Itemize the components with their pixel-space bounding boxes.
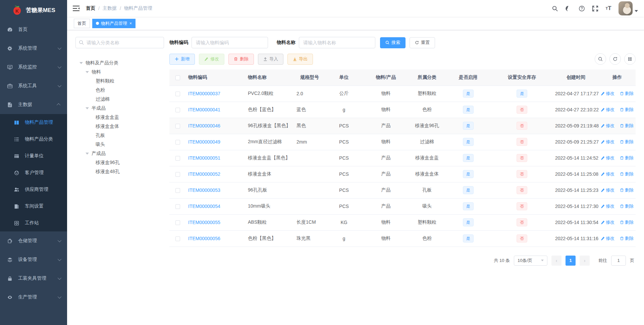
tree-node-leaf[interactable]: 过滤棉 xyxy=(75,95,164,104)
row-checkbox[interactable] xyxy=(175,220,180,225)
tree-node-leaf[interactable]: 移液盒盒盖 xyxy=(75,113,164,122)
export-button[interactable]: 导出 xyxy=(287,54,313,65)
column-settings-button[interactable] xyxy=(624,53,636,65)
sidebar-item-device-mgmt[interactable]: 设备管理 xyxy=(0,250,67,269)
next-page-button[interactable]: › xyxy=(580,256,590,266)
tree-node-leaf[interactable]: 色粉 xyxy=(75,86,164,95)
page-size-select[interactable]: 10条/页 xyxy=(514,256,547,266)
tree-node-leaf[interactable]: 吸头 xyxy=(75,140,164,149)
sidebar-item-measure-unit[interactable]: 计量单位 xyxy=(0,148,67,164)
row-edit-link[interactable]: 修改 xyxy=(601,219,614,225)
tab-material-product-mgmt[interactable]: 物料产品管理 × xyxy=(92,19,136,28)
row-delete-link[interactable]: 删除 xyxy=(620,203,634,209)
github-icon[interactable] xyxy=(565,5,572,12)
tree-node-leaf[interactable]: 移液盒盒体 xyxy=(75,122,164,131)
help-icon[interactable] xyxy=(578,5,585,12)
row-delete-link[interactable]: 删除 xyxy=(620,155,634,161)
row-edit-link[interactable]: 修改 xyxy=(601,123,614,129)
avatar[interactable] xyxy=(619,1,633,15)
breadcrumb-master-data[interactable]: 主数据 xyxy=(103,5,117,11)
row-delete-link[interactable]: 删除 xyxy=(620,187,634,193)
material-code-link[interactable]: ITEM00000055 xyxy=(188,220,220,225)
row-checkbox[interactable] xyxy=(175,156,180,161)
tree-node-group[interactable]: 产成品 xyxy=(75,149,164,158)
fullscreen-icon[interactable] xyxy=(592,5,598,12)
search-button[interactable]: 搜索 xyxy=(380,37,406,48)
user-menu[interactable] xyxy=(619,1,638,15)
row-checkbox[interactable] xyxy=(175,204,180,209)
tree-node-leaf[interactable]: 移液盒48孔 xyxy=(75,167,164,176)
tree-node-root[interactable]: 物料及产品分类 xyxy=(75,58,164,67)
sidebar-item-supplier-mgmt[interactable]: 供应商管理 xyxy=(0,181,67,198)
row-edit-link[interactable]: 修改 xyxy=(601,171,614,177)
reset-button[interactable]: 重置 xyxy=(410,37,435,48)
row-edit-link[interactable]: 修改 xyxy=(601,107,614,113)
sidebar-item-material-product-mgmt[interactable]: 物料产品管理 xyxy=(0,114,67,131)
sidebar-item-system-monitor[interactable]: 系统监控 xyxy=(0,58,67,76)
tab-home[interactable]: 首页 xyxy=(74,19,90,28)
material-code-link[interactable]: ITEM00000041 xyxy=(188,107,220,112)
material-code-link[interactable]: ITEM00000049 xyxy=(188,139,220,145)
row-delete-link[interactable]: 删除 xyxy=(620,219,634,225)
row-checkbox[interactable] xyxy=(175,124,180,128)
row-edit-link[interactable]: 修改 xyxy=(601,139,614,145)
font-size-icon[interactable]: TT xyxy=(605,5,612,12)
material-code-link[interactable]: ITEM00000052 xyxy=(188,171,220,177)
tree-node-leaf[interactable]: 塑料颗粒 xyxy=(75,76,164,86)
search-icon[interactable] xyxy=(551,5,558,12)
sidebar-item-system-tools[interactable]: 系统工具 xyxy=(0,76,67,95)
material-code-link[interactable]: ITEM00000054 xyxy=(188,204,220,209)
breadcrumb-home[interactable]: 首页 xyxy=(86,5,95,11)
current-page-button[interactable]: 1 xyxy=(566,256,576,266)
sidebar-item-master-data[interactable]: 主数据 xyxy=(0,95,67,114)
row-checkbox[interactable] xyxy=(175,236,180,241)
row-edit-link[interactable]: 修改 xyxy=(601,203,614,209)
goto-page-input[interactable] xyxy=(611,256,626,266)
row-edit-link[interactable]: 修改 xyxy=(601,91,614,97)
add-button[interactable]: 新增 xyxy=(169,54,195,65)
show-search-toggle-button[interactable] xyxy=(595,53,606,65)
row-checkbox[interactable] xyxy=(175,108,180,112)
material-code-link[interactable]: ITEM00000037 xyxy=(188,91,220,96)
material-code-input[interactable] xyxy=(192,37,268,48)
row-delete-link[interactable]: 删除 xyxy=(620,91,634,97)
sidebar-item-production-mgmt[interactable]: 生产管理 xyxy=(0,288,67,307)
select-all-checkbox[interactable] xyxy=(175,75,180,80)
row-checkbox[interactable] xyxy=(175,172,180,177)
sidebar-collapse-button[interactable] xyxy=(72,5,80,11)
material-code-link[interactable]: ITEM00000051 xyxy=(188,155,220,161)
tree-node-group[interactable]: 物料 xyxy=(75,67,164,76)
row-delete-link[interactable]: 删除 xyxy=(620,235,634,241)
row-delete-link[interactable]: 删除 xyxy=(620,139,634,145)
sidebar-item-workstation[interactable]: 工作站 xyxy=(0,215,67,231)
row-edit-link[interactable]: 修改 xyxy=(601,187,614,193)
row-edit-link[interactable]: 修改 xyxy=(601,155,614,161)
row-delete-link[interactable]: 删除 xyxy=(620,171,634,177)
row-checkbox[interactable] xyxy=(175,188,180,193)
sidebar-item-home[interactable]: 首页 xyxy=(0,20,67,39)
row-delete-link[interactable]: 删除 xyxy=(620,107,634,113)
refresh-button[interactable] xyxy=(609,53,621,65)
sidebar-item-fixture-mgmt[interactable]: 工装夹具管理 xyxy=(0,269,67,288)
row-checkbox[interactable] xyxy=(175,140,180,145)
material-code-link[interactable]: ITEM00000053 xyxy=(188,187,220,193)
sidebar-item-warehouse-mgmt[interactable]: 仓储管理 xyxy=(0,231,67,250)
delete-button[interactable]: 删除 xyxy=(228,54,254,65)
sidebar-item-customer-mgmt[interactable]: 客户管理 xyxy=(0,164,67,181)
tree-node-leaf[interactable]: 孔板 xyxy=(75,131,164,140)
row-edit-link[interactable]: 修改 xyxy=(601,235,614,241)
sidebar-item-workshop-settings[interactable]: 车间设置 xyxy=(0,198,67,215)
import-button[interactable]: 导入 xyxy=(258,54,283,65)
row-delete-link[interactable]: 删除 xyxy=(620,123,634,129)
material-code-link[interactable]: ITEM00000046 xyxy=(188,123,220,128)
material-name-input[interactable] xyxy=(299,37,375,48)
material-code-link[interactable]: ITEM00000056 xyxy=(188,236,220,241)
tree-node-group[interactable]: 半成品 xyxy=(75,104,164,113)
sidebar-item-system-admin[interactable]: 系统管理 xyxy=(0,39,67,58)
tree-node-leaf[interactable]: 移液盒96孔 xyxy=(75,158,164,167)
sidebar-item-material-product-category[interactable]: 物料产品分类 xyxy=(0,131,67,148)
category-search-input[interactable] xyxy=(75,37,164,48)
edit-button[interactable]: 修改 xyxy=(199,54,224,65)
close-icon[interactable]: × xyxy=(129,21,132,25)
row-checkbox[interactable] xyxy=(175,92,180,96)
